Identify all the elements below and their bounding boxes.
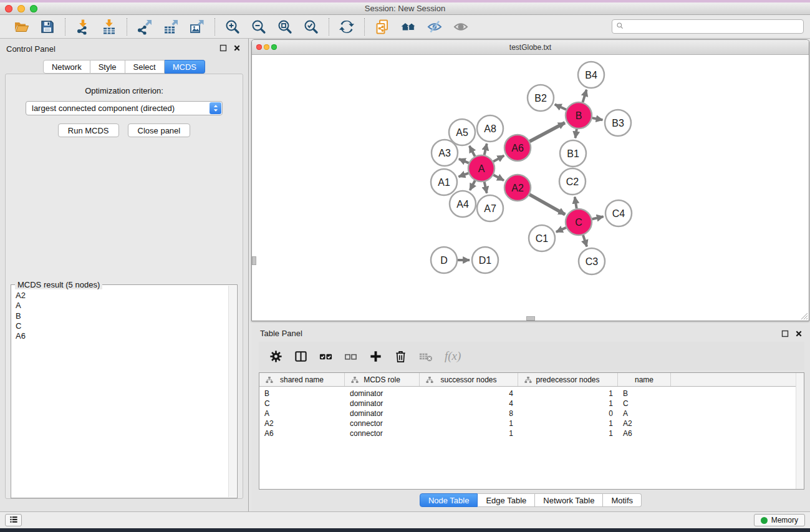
mcds-result-item[interactable]: A (12, 301, 228, 311)
table-cell[interactable]: A6 (259, 429, 345, 438)
graph-node-A3[interactable]: A3 (432, 140, 458, 166)
mcds-result-item[interactable]: C (12, 321, 228, 331)
table-cell[interactable]: 8 (420, 409, 518, 418)
table-row[interactable]: A6connector11A6 (259, 428, 804, 438)
clone-network-button[interactable] (372, 17, 393, 36)
zoom-out-button[interactable] (248, 17, 269, 36)
edge-B-B2[interactable] (555, 104, 566, 109)
minimize-window-button[interactable] (17, 5, 25, 12)
table-scrollbar[interactable] (796, 373, 804, 489)
graph-node-A2[interactable]: A2 (504, 175, 531, 201)
table-cell[interactable]: dominator (345, 389, 420, 398)
table-cell[interactable]: A2 (618, 419, 671, 428)
export-image-button[interactable] (186, 17, 208, 36)
edge-C-C1[interactable] (556, 228, 566, 232)
graph-node-A1[interactable]: A1 (431, 169, 457, 195)
tab-select[interactable]: Select (125, 60, 165, 74)
tab-style[interactable]: Style (90, 60, 125, 74)
table-row[interactable]: Adominator80A (259, 409, 804, 418)
edge-A-A2[interactable] (493, 175, 504, 180)
table-row[interactable]: Bdominator41B (259, 389, 804, 399)
graph-node-C3[interactable]: C3 (579, 248, 605, 274)
column-header-shared-name[interactable]: shared name (259, 373, 345, 386)
split-handle-bottom[interactable] (526, 316, 535, 321)
mcds-result-item[interactable]: A2 (12, 291, 228, 301)
graph-node-B2[interactable]: B2 (528, 85, 554, 111)
resize-grip-icon[interactable] (799, 311, 808, 320)
hide-selected-button[interactable] (424, 17, 445, 36)
network-minimize-button[interactable] (264, 44, 269, 50)
graph-node-A4[interactable]: A4 (450, 191, 476, 217)
add-column-button[interactable] (369, 349, 383, 364)
edge-A6-B[interactable] (529, 123, 565, 142)
close-panel-icon[interactable] (233, 44, 241, 52)
refresh-button[interactable] (336, 17, 357, 36)
table-row[interactable]: Cdominator41C (259, 399, 804, 409)
graph-node-A8[interactable]: A8 (477, 115, 503, 142)
run-mcds-button[interactable]: Run MCDS (58, 123, 119, 137)
export-table-button[interactable] (160, 17, 181, 36)
edge-A-A1[interactable] (459, 173, 469, 177)
tab-motifs[interactable]: Motifs (603, 493, 642, 507)
table-cell[interactable]: A (259, 409, 345, 418)
table-cell[interactable]: 1 (420, 419, 518, 428)
edge-A-A7[interactable] (485, 182, 487, 193)
table-cell[interactable]: A2 (259, 419, 345, 428)
table-cell[interactable]: connector (345, 419, 420, 428)
edge-B-B1[interactable] (576, 129, 577, 138)
tab-edge-table[interactable]: Edge Table (478, 493, 535, 507)
table-cell[interactable]: 1 (518, 429, 618, 438)
import-network-button[interactable] (72, 17, 94, 36)
save-session-button[interactable] (37, 17, 58, 36)
float-panel-icon[interactable] (781, 329, 789, 337)
network-close-button[interactable] (256, 44, 262, 50)
graph-node-A7[interactable]: A7 (477, 195, 503, 221)
table-cell[interactable]: B (618, 389, 671, 398)
edge-A-A4[interactable] (470, 181, 475, 190)
column-header-mcds-role[interactable]: MCDS role (345, 373, 420, 386)
graph-node-A[interactable]: A (468, 155, 494, 181)
tab-node-table[interactable]: Node Table (420, 493, 478, 507)
deselect-all-columns-button[interactable] (344, 349, 358, 364)
table-cell[interactable]: A (618, 409, 671, 418)
table-cell[interactable]: dominator (345, 409, 420, 418)
table-cell[interactable]: 4 (420, 389, 518, 398)
edge-C-C3[interactable] (583, 235, 587, 246)
mcds-result-item[interactable]: B (12, 311, 228, 321)
first-neighbors-button[interactable] (398, 17, 419, 36)
network-zoom-button[interactable] (271, 44, 277, 50)
search-input[interactable] (627, 22, 799, 32)
zoom-fit-button[interactable] (274, 17, 296, 36)
export-network-button[interactable] (134, 17, 155, 36)
delete-table-button[interactable] (418, 349, 433, 364)
table-cell[interactable]: connector (345, 429, 420, 438)
graph-node-B3[interactable]: B3 (605, 110, 631, 136)
graph-node-B1[interactable]: B1 (560, 140, 586, 167)
column-header-name[interactable]: name (618, 373, 671, 386)
optimization-criterion-dropdown[interactable]: largest connected component (directed) (26, 101, 223, 115)
edge-A2-C[interactable] (529, 195, 565, 215)
select-all-columns-button[interactable] (319, 349, 333, 364)
edge-B-B3[interactable] (592, 118, 603, 120)
open-file-button[interactable] (11, 17, 32, 36)
table-cell[interactable]: 1 (518, 389, 618, 398)
tab-network-table[interactable]: Network Table (535, 493, 603, 507)
close-panel-button[interactable]: Close panel (128, 123, 191, 137)
mcds-list-scrollbar[interactable] (228, 286, 236, 497)
close-panel-icon[interactable] (794, 329, 803, 337)
edge-A-A3[interactable] (459, 159, 469, 163)
graph-node-A5[interactable]: A5 (449, 119, 475, 145)
task-history-button[interactable] (5, 514, 22, 526)
table-cell[interactable]: dominator (345, 399, 420, 408)
table-row[interactable]: A2connector11A2 (259, 418, 804, 428)
table-cell[interactable]: 1 (518, 419, 618, 428)
settings-button[interactable] (269, 349, 283, 364)
graph-node-C4[interactable]: C4 (605, 200, 632, 226)
mcds-result-item[interactable]: A6 (12, 331, 228, 341)
zoom-window-button[interactable] (30, 5, 37, 12)
table-cell[interactable]: 4 (420, 399, 518, 408)
edge-A-A6[interactable] (493, 155, 504, 162)
table-cell[interactable]: C (259, 399, 345, 408)
tab-network[interactable]: Network (43, 60, 90, 74)
split-handle-left[interactable] (252, 256, 256, 265)
